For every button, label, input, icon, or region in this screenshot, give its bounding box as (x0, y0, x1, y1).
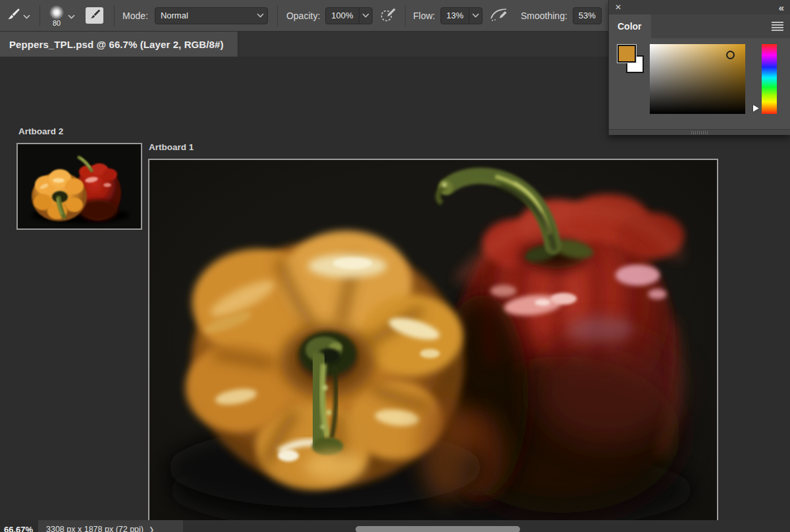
tab-color[interactable]: Color (609, 14, 651, 38)
brush-tool-preset-button[interactable] (5, 7, 20, 24)
brush-tip-preview (49, 5, 65, 20)
opacity-label: Opacity: (286, 11, 320, 21)
tool-preset-chevron[interactable] (23, 10, 30, 22)
artboard2-thumbnail-image (18, 144, 141, 228)
status-bar: 66.67% 3308 px x 1878 px (72 ppi)❯ (0, 520, 790, 532)
chevron-down-icon[interactable] (469, 8, 482, 24)
color-panel-tabs: Color (609, 14, 790, 38)
artboard2-canvas[interactable] (16, 143, 142, 230)
hue-strip[interactable] (762, 44, 777, 114)
color-gradient-box[interactable] (650, 44, 745, 114)
pen-pressure-opacity-icon (380, 7, 397, 25)
artboard2-label[interactable]: Artboard 2 (18, 126, 63, 136)
flow-value: 13% (441, 11, 469, 20)
brush-picker-chevron[interactable] (68, 10, 75, 22)
flow-label: Flow: (413, 11, 435, 21)
opacity-field[interactable]: 100% (325, 7, 372, 24)
airbrush-button[interactable] (490, 7, 510, 25)
color-selector-circle[interactable] (726, 51, 735, 59)
brush-tool-icon (5, 7, 20, 24)
color-panel-header[interactable]: ✕ « (609, 0, 790, 14)
document-dimensions: 3308 px x 1878 px (72 ppi) (46, 525, 144, 532)
status-chevron-icon[interactable]: ❯ (149, 526, 154, 532)
collapse-panel-icon[interactable]: « (779, 3, 784, 13)
mode-label: Mode: (122, 11, 148, 21)
opacity-value: 100% (326, 11, 358, 20)
brush-preset-picker[interactable]: 80 (49, 5, 65, 27)
artboard1-label[interactable]: Artboard 1 (149, 142, 194, 152)
brush-size-value: 80 (53, 19, 61, 27)
chevron-down-icon[interactable] (359, 8, 372, 24)
document-tab-title: Peppers_TPL.psd @ 66.7% (Layer 2, RGB/8#… (9, 39, 224, 50)
foreground-color-swatch[interactable] (618, 45, 636, 63)
document-tab[interactable]: Peppers_TPL.psd @ 66.7% (Layer 2, RGB/8#… (0, 32, 238, 57)
color-panel-resize-bar[interactable] (609, 129, 790, 135)
color-panel: ✕ « Color (608, 0, 790, 135)
chevron-down-icon (68, 10, 75, 22)
horizontal-scrollbar-thumb[interactable] (356, 526, 520, 532)
color-panel-body (609, 38, 790, 129)
pressure-opacity-button[interactable] (380, 7, 397, 25)
hue-pointer-icon[interactable] (751, 103, 761, 116)
artboard1-canvas[interactable] (148, 159, 718, 532)
blend-mode-select[interactable]: Normal (155, 7, 268, 24)
smoothing-label: Smoothing: (521, 11, 567, 21)
smoothing-field[interactable]: 53% (573, 7, 602, 24)
document-info[interactable]: 3308 px x 1878 px (72 ppi)❯ (38, 520, 183, 532)
resize-grip-icon (691, 131, 708, 134)
chevron-down-icon (23, 10, 30, 22)
photoshop-window: 80 Mode: Normal Opacity: 10 (0, 0, 790, 532)
flow-field[interactable]: 13% (440, 7, 483, 24)
smoothing-value: 53% (573, 11, 601, 20)
brush-panel-icon (88, 8, 101, 23)
canvas-painting (149, 160, 717, 532)
blend-mode-value: Normal (155, 11, 194, 20)
zoom-level-field[interactable]: 66.67% (0, 520, 38, 532)
panel-menu-icon[interactable] (772, 22, 783, 34)
airbrush-icon (490, 7, 510, 25)
close-icon[interactable]: ✕ (615, 3, 621, 11)
color-tab-label: Color (618, 21, 642, 32)
toggle-brush-settings-button[interactable] (86, 7, 103, 24)
chevron-down-icon (254, 8, 267, 24)
